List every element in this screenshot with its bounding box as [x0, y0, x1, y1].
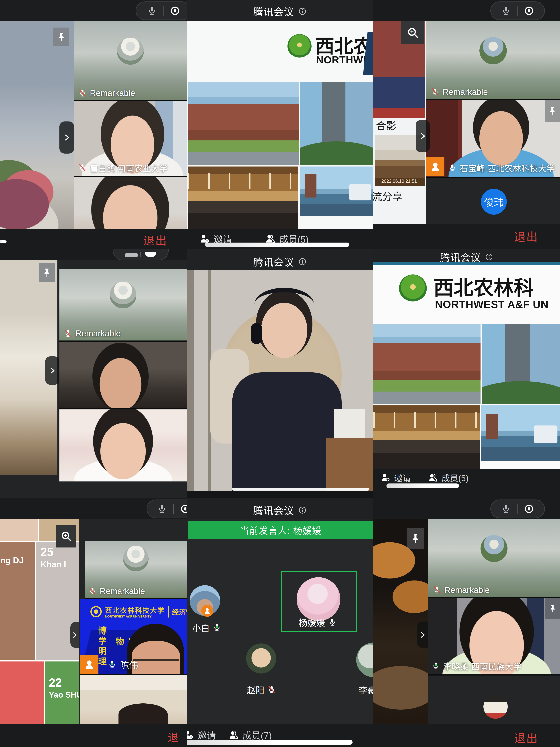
video-tile-shibaofeng[interactable]: 石宝峰-西北农林科技大学: [426, 100, 560, 178]
microphone-icon[interactable]: [147, 6, 157, 16]
members-button[interactable]: 成员(5): [428, 471, 469, 484]
info-icon[interactable]: [298, 506, 307, 514]
shared-treemap-chart[interactable]: ng DJ 25 Khan I 22 Yao SHUNBO: [0, 519, 79, 724]
members-button[interactable]: 成员(7): [229, 728, 272, 741]
treemap-block-yao: 22 Yao SHUNBO: [45, 662, 79, 724]
participant-name: Remarkable: [100, 586, 145, 596]
zoom-button[interactable]: [56, 525, 76, 547]
participant-name-label: Remarkable: [431, 87, 488, 97]
mic-record-pill: [490, 499, 545, 518]
video-tile-remarkable[interactable]: Remarkable: [85, 541, 187, 599]
video-tile-caobaige[interactable]: 曹白鸽 河南农业大学: [74, 101, 187, 177]
record-icon[interactable]: [524, 5, 534, 16]
status-bar: [373, 0, 560, 21]
thumbnail-column: Remarkable 曹白鸽 河南农业大学: [74, 21, 187, 229]
bottom-bar: 退出: [373, 224, 560, 249]
progress-bar[interactable]: [205, 242, 349, 247]
microphone-icon[interactable]: [501, 504, 511, 514]
record-icon[interactable]: [524, 504, 534, 514]
record-icon[interactable]: [180, 504, 187, 514]
app-title: 腾讯会议: [253, 4, 294, 19]
info-icon[interactable]: [298, 7, 307, 16]
video-tile-remarkable[interactable]: Remarkable: [59, 269, 187, 341]
expand-panel-button[interactable]: [416, 120, 430, 152]
participant-name-label: Remarkable: [433, 585, 490, 595]
info-icon[interactable]: [485, 253, 493, 261]
video-tile-remarkable[interactable]: Remarkable: [428, 519, 560, 598]
bottom-bar: 邀请 成员(7): [187, 724, 373, 747]
avatar-zhaoyang[interactable]: [246, 643, 276, 673]
avatar-lihao[interactable]: [356, 643, 373, 677]
exit-button[interactable]: 退出: [514, 729, 538, 746]
mic-muted-icon: [78, 163, 87, 172]
divider: [173, 504, 174, 514]
expand-panel-button[interactable]: [70, 622, 79, 648]
pin-icon[interactable]: [545, 100, 560, 122]
progress-bar[interactable]: [386, 484, 459, 488]
microphone-icon[interactable]: [125, 253, 138, 257]
treemap-block: [0, 519, 38, 541]
bottom-bar: 邀请 成员(5): [373, 469, 560, 498]
video-tile-lixiaorou[interactable]: 李晓柔-西南民族大学: [428, 598, 560, 675]
pin-icon[interactable]: [407, 527, 424, 549]
pin-icon[interactable]: [545, 598, 560, 619]
thumbnail-column: Remarkable: [57, 260, 187, 482]
video-tile-chenwei[interactable]: 西北农林科技大学 NORTHWEST A&F UNIVERSITY 经济管理学院…: [80, 599, 187, 675]
participant-name-label: 赵阳: [247, 683, 276, 696]
participant-name: Remarkable: [443, 87, 488, 97]
treemap-label: ng DJ: [0, 556, 24, 565]
exit-button[interactable]: 退出: [143, 232, 167, 248]
title-bar: 腾讯会议: [187, 498, 373, 519]
divider: [140, 252, 141, 257]
pin-icon[interactable]: [53, 28, 69, 46]
shared-screen[interactable]: 西北农林科 NORTHWEST A&F: [187, 21, 373, 229]
video-tile-participant[interactable]: [59, 409, 187, 482]
shared-screen[interactable]: 西北农林科 NORTHWEST A&F UN: [373, 265, 560, 469]
title-bar: 腾讯会议: [373, 249, 560, 262]
invite-label: 邀请: [197, 728, 216, 741]
campus-photo-lecture-hall: [373, 406, 480, 469]
head: [118, 703, 168, 724]
papers: [334, 409, 365, 442]
pin-icon[interactable]: [39, 263, 55, 282]
avatar-junwei[interactable]: 俊玮: [481, 189, 507, 215]
expand-panel-button[interactable]: [45, 356, 59, 385]
invite-button[interactable]: 邀请: [187, 728, 216, 741]
slide-logo-row: 西北农林科技大学 NORTHWEST A&F UNIVERSITY 经济管理学院: [90, 605, 187, 618]
participant-name: Remarkable: [90, 88, 135, 98]
video-tile-participant[interactable]: [59, 341, 187, 409]
video-tile-participant[interactable]: [74, 177, 187, 229]
video-tile-participant[interactable]: [80, 675, 187, 724]
participant-name-label: 李豪: [359, 683, 373, 696]
invite-button[interactable]: 邀请: [381, 471, 411, 484]
record-icon[interactable]: [145, 252, 156, 257]
video-tile-remarkable[interactable]: Remarkable: [74, 21, 187, 101]
avatar: [479, 37, 507, 65]
doc-caption: 流分享: [373, 188, 402, 203]
microphone-icon[interactable]: [501, 6, 511, 16]
exit-button[interactable]: 退出: [514, 228, 538, 244]
exit-button[interactable]: 退出: [168, 728, 187, 747]
ship: [349, 184, 371, 201]
expand-panel-button[interactable]: [417, 621, 428, 648]
participant-name: 杨媛媛: [299, 616, 325, 628]
microphone-icon[interactable]: [157, 504, 167, 514]
photo-timestamp: 2022.06.10 21:51: [381, 179, 417, 184]
slide-university-name-en: NORTHWEST A&F UNIVERSITY: [105, 615, 165, 618]
status-bar: [0, 498, 187, 519]
video-tile-remarkable[interactable]: Remarkable: [426, 21, 560, 100]
members-label: 成员(5): [442, 471, 469, 484]
bottom-bar: 退出: [373, 724, 560, 747]
zoom-button[interactable]: [401, 21, 424, 44]
expand-panel-button[interactable]: [59, 122, 74, 154]
record-icon[interactable]: [170, 5, 180, 16]
progress-bar[interactable]: [187, 740, 352, 745]
participant-name: 赵阳: [247, 683, 264, 696]
headphone-earcup: [251, 323, 262, 344]
screenshot-collage: Remarkable 曹白鸽 河南农业大学 退出 腾讯会议: [0, 0, 560, 747]
progress-bar[interactable]: [232, 488, 369, 491]
avatar-cartoon[interactable]: [483, 694, 508, 719]
speaker-video[interactable]: [187, 270, 373, 491]
info-icon[interactable]: [298, 257, 307, 266]
active-speaker-box[interactable]: 杨媛媛: [281, 571, 357, 632]
